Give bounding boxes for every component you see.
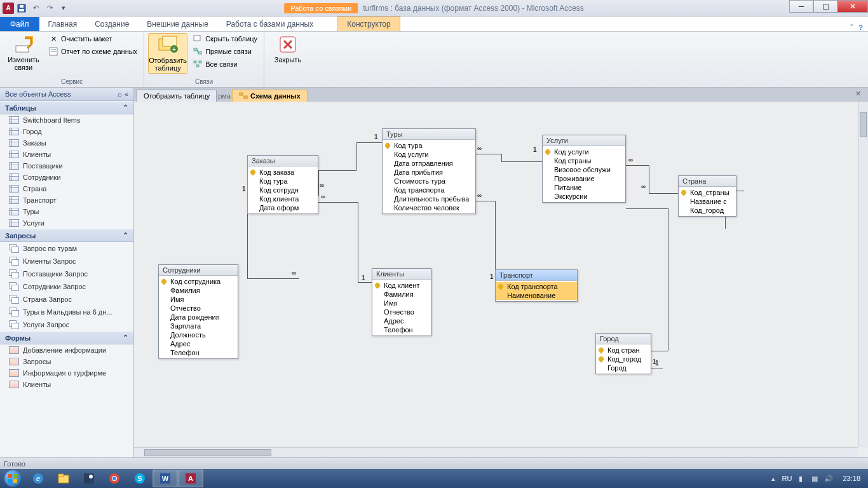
- tab-file[interactable]: Файл: [0, 17, 39, 31]
- lang-indicator[interactable]: RU: [782, 475, 792, 482]
- field[interactable]: Стоимость тура: [383, 177, 475, 186]
- nav-item[interactable]: Услуги: [0, 217, 133, 229]
- field[interactable]: Код услуги: [383, 150, 475, 159]
- hide-table-button[interactable]: Скрыть таблицу: [190, 33, 260, 44]
- clear-layout-button[interactable]: ✕Очистить макет: [46, 33, 140, 44]
- nav-item[interactable]: Страна: [0, 183, 133, 194]
- tab-dbtools[interactable]: Работа с базами данных: [217, 17, 322, 31]
- nav-item[interactable]: Поставщики Запрос: [0, 268, 133, 280]
- vertical-scrollbar[interactable]: [858, 102, 868, 447]
- tray-volume-icon[interactable]: 🔊: [824, 473, 834, 484]
- nav-item[interactable]: Клиенты Запрос: [0, 255, 133, 268]
- doc-tab-show-table[interactable]: Отобразить таблицу: [137, 90, 217, 102]
- qat-save-icon[interactable]: [15, 2, 28, 15]
- field[interactable]: Проживание: [543, 174, 625, 183]
- table-box-zakazy[interactable]: Заказы Код заказаКод тураКод сотруднКод …: [247, 155, 318, 214]
- nav-item[interactable]: Клиенты: [0, 149, 133, 160]
- field[interactable]: Имя: [372, 299, 431, 308]
- table-box-gorod[interactable]: Город Код странКод_городГород: [595, 333, 651, 374]
- nav-search-icon[interactable]: ⌕: [118, 90, 122, 98]
- app-icon[interactable]: A: [3, 3, 14, 14]
- relation-report-button[interactable]: Отчет по схеме данных: [46, 46, 140, 57]
- tab-create[interactable]: Создание: [86, 17, 138, 31]
- field[interactable]: Код клиент: [372, 281, 431, 290]
- nav-item[interactable]: Туры в Мальдивы на 6 дн...: [0, 306, 133, 318]
- clock[interactable]: 23:18: [837, 475, 865, 482]
- nav-item[interactable]: Услуги Запрос: [0, 318, 133, 331]
- field[interactable]: Зарплата: [159, 322, 238, 330]
- field[interactable]: Количество человек: [383, 203, 475, 212]
- tray-network-icon[interactable]: ▦: [810, 473, 820, 484]
- field[interactable]: Код стран: [596, 346, 651, 355]
- field[interactable]: Фамилия: [159, 286, 238, 295]
- taskbar-ie-icon[interactable]: e: [25, 470, 51, 487]
- qat-dropdown-icon[interactable]: ▾: [57, 2, 70, 15]
- nav-item[interactable]: Поставщики: [0, 160, 133, 172]
- field[interactable]: Наименование: [496, 291, 577, 300]
- horizontal-scrollbar[interactable]: [134, 447, 858, 458]
- table-box-klienty[interactable]: Клиенты Код клиентФамилияИмяОтчествоАдре…: [372, 268, 431, 336]
- taskbar-access-icon[interactable]: A: [178, 470, 203, 487]
- field[interactable]: Код транспорта: [383, 186, 475, 194]
- tab-designer[interactable]: Конструктор: [337, 17, 400, 31]
- nav-section-forms[interactable]: Формы⌃: [0, 331, 133, 344]
- nav-item[interactable]: Туры: [0, 206, 133, 217]
- field[interactable]: Фамилия: [372, 290, 431, 299]
- field[interactable]: Телефон: [159, 348, 238, 357]
- field[interactable]: Код клиента: [248, 194, 318, 203]
- maximize-button[interactable]: ▢: [813, 0, 837, 13]
- field[interactable]: Отчество: [372, 308, 431, 316]
- start-button[interactable]: [0, 469, 25, 488]
- field[interactable]: Дата рождения: [159, 313, 238, 322]
- table-box-uslugi[interactable]: Услуги Код услугиКод страныВизовое обслу…: [542, 135, 626, 203]
- tray-up-icon[interactable]: ▴: [768, 473, 778, 484]
- all-relations-button[interactable]: Все связи: [190, 58, 260, 70]
- field[interactable]: Визовое обслужи: [543, 165, 625, 174]
- nav-header[interactable]: Все объекты Access ⌕«: [0, 88, 133, 101]
- field[interactable]: Код услуги: [543, 147, 625, 156]
- table-box-sotrudniki[interactable]: Сотрудники Код сотрудникаФамилияИмяОтчес…: [158, 264, 238, 359]
- qat-undo-icon[interactable]: ↶: [29, 2, 42, 15]
- help-icon[interactable]: ?: [858, 24, 863, 31]
- taskbar-explorer-icon[interactable]: [51, 470, 76, 487]
- close-button[interactable]: ✕: [837, 0, 868, 13]
- field[interactable]: Код_страны: [679, 188, 736, 197]
- field[interactable]: Имя: [159, 295, 238, 304]
- tab-external[interactable]: Внешние данные: [138, 17, 217, 31]
- field[interactable]: Должность: [159, 330, 238, 339]
- field[interactable]: Название с: [679, 197, 736, 206]
- field[interactable]: Экскурсии: [543, 192, 625, 201]
- direct-relations-button[interactable]: Прямые связи: [190, 46, 260, 57]
- field[interactable]: Дата прибытия: [383, 168, 475, 177]
- qat-redo-icon[interactable]: ↷: [43, 2, 56, 15]
- doc-close-button[interactable]: ✕: [855, 90, 865, 100]
- nav-item[interactable]: Транспорт: [0, 194, 133, 206]
- field[interactable]: Код страны: [543, 156, 625, 165]
- nav-item[interactable]: Клиенты: [0, 379, 133, 390]
- table-box-strana[interactable]: Страна Код_страныНазвание сКод_город: [678, 175, 736, 217]
- field[interactable]: Код тура: [248, 177, 318, 186]
- nav-item[interactable]: Добавление информации: [0, 344, 133, 356]
- field[interactable]: Код сотрудн: [248, 186, 318, 194]
- taskbar-chrome-icon[interactable]: [102, 470, 127, 487]
- field[interactable]: Код тура: [383, 141, 475, 150]
- field[interactable]: Длительность пребыва: [383, 194, 475, 203]
- nav-section-tables[interactable]: Таблицы⌃: [0, 101, 133, 114]
- show-table-button[interactable]: + Отобразить таблицу: [148, 33, 187, 74]
- nav-item[interactable]: Сотрудники Запрос: [0, 280, 133, 293]
- field[interactable]: Код_город: [596, 355, 651, 363]
- field[interactable]: Адрес: [159, 339, 238, 348]
- tray-flag-icon[interactable]: ▮: [796, 473, 806, 484]
- table-box-tury[interactable]: Туры Код тураКод услугиДата отправленияД…: [382, 128, 476, 214]
- edit-relations-button[interactable]: Изменить связи: [4, 33, 43, 72]
- nav-collapse-icon[interactable]: «: [125, 90, 128, 98]
- tab-home[interactable]: Главная: [39, 17, 86, 31]
- field[interactable]: Питание: [543, 183, 625, 192]
- nav-section-queries[interactable]: Запросы⌃: [0, 229, 133, 242]
- taskbar-word-icon[interactable]: W: [153, 470, 178, 487]
- nav-item[interactable]: Город: [0, 126, 133, 137]
- field[interactable]: Код транспорта: [496, 282, 577, 291]
- field[interactable]: Дата отправления: [383, 159, 475, 168]
- close-designer-button[interactable]: Закрыть: [268, 33, 308, 65]
- field[interactable]: Город: [596, 363, 651, 372]
